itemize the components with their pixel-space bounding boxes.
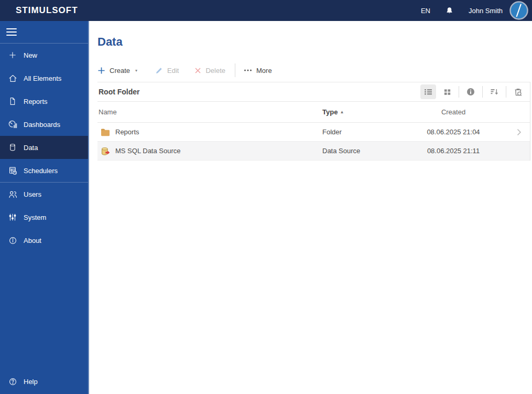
create-plus-icon: [97, 67, 105, 74]
sidebar-item-label: Schedulers: [24, 167, 58, 175]
view-toolbar-divider: [506, 86, 506, 98]
column-header-type[interactable]: Type▲: [322, 108, 411, 116]
sidebar-item-dashboards[interactable]: Dashboards: [0, 113, 88, 136]
gauge-icon: [7, 119, 18, 130]
plus-icon: [7, 49, 18, 61]
folder-icon: [101, 128, 110, 136]
delete-x-icon: [194, 67, 201, 74]
edit-button[interactable]: Edit: [155, 67, 179, 74]
info-icon: [7, 235, 18, 246]
view-toolbar: [419, 84, 530, 99]
grid-view-icon: [443, 88, 451, 96]
sort-button[interactable]: [486, 84, 502, 99]
trash-search-icon: [514, 88, 523, 97]
sidebar-item-all-elements[interactable]: All Elements: [0, 67, 88, 90]
main-content: Data Create ▾ Edit Delete More: [90, 21, 532, 394]
item-created: 08.06.2025 21:04: [411, 128, 495, 136]
create-button[interactable]: Create ▾: [97, 67, 137, 74]
user-avatar[interactable]: [509, 1, 528, 20]
sidebar: New All Elements Reports Dashboards: [0, 21, 89, 394]
sort-icon: [490, 88, 498, 96]
table-row-ms-sql-data-source[interactable]: MS SQL Data Source Data Source 08.06.202…: [97, 142, 530, 161]
view-toolbar-divider: [459, 86, 459, 98]
search-deleted-button[interactable]: [510, 84, 526, 99]
page-title: Data: [97, 35, 532, 49]
menu-toggle-icon[interactable]: [0, 21, 88, 43]
sidebar-item-label: Help: [24, 378, 38, 386]
table-header-row: Name Type▲ Created: [97, 102, 530, 123]
topbar: STIMULSOFT EN John Smith: [0, 0, 532, 21]
item-type: Folder: [322, 128, 411, 136]
delete-button[interactable]: Delete: [194, 67, 225, 74]
sidebar-item-label: All Elements: [24, 74, 61, 82]
more-button[interactable]: More: [244, 67, 272, 74]
home-icon: [7, 72, 18, 84]
create-label: Create: [110, 67, 130, 74]
sidebar-item-users[interactable]: Users: [0, 183, 88, 206]
sidebar-item-system[interactable]: System: [0, 206, 88, 229]
list-view-icon: [424, 88, 432, 96]
data-source-icon: [101, 147, 110, 155]
table-row-reports[interactable]: Reports Folder 08.06.2025 21:04: [97, 123, 530, 142]
more-dots-icon: [244, 69, 252, 72]
users-icon: [7, 188, 18, 200]
actions-toolbar: Create ▾ Edit Delete More: [97, 63, 532, 78]
topbar-right: EN John Smith: [421, 1, 528, 20]
item-created: 08.06.2025 21:11: [411, 147, 495, 155]
item-name: MS SQL Data Source: [115, 147, 181, 155]
sidebar-item-label: About: [24, 237, 41, 244]
more-label: More: [256, 67, 272, 74]
user-name[interactable]: John Smith: [469, 7, 503, 15]
item-name: Reports: [115, 128, 139, 136]
app-logo: STIMULSOFT: [16, 5, 78, 16]
info-button[interactable]: [463, 84, 479, 99]
sidebar-item-schedulers[interactable]: Schedulers: [0, 159, 88, 182]
column-header-name[interactable]: Name: [97, 108, 322, 116]
column-header-created[interactable]: Created: [411, 108, 495, 116]
current-folder-title: Root Folder: [99, 88, 140, 96]
scheduler-icon: [7, 165, 18, 176]
folder-bar: Root Folder: [97, 82, 530, 102]
sidebar-item-label: Users: [24, 190, 41, 198]
edit-label: Edit: [167, 67, 179, 74]
document-icon: [7, 95, 18, 107]
sliders-icon: [7, 211, 18, 223]
chevron-right-icon[interactable]: [517, 129, 522, 136]
sidebar-item-label: System: [24, 214, 46, 221]
sidebar-item-new[interactable]: New: [0, 44, 88, 67]
sidebar-item-about[interactable]: About: [0, 229, 88, 252]
view-toolbar-divider: [482, 86, 483, 98]
delete-label: Delete: [205, 67, 225, 74]
sidebar-item-data[interactable]: Data: [0, 136, 88, 159]
help-icon: [7, 376, 18, 387]
toolbar-divider: [235, 63, 235, 77]
chevron-down-icon: ▾: [135, 68, 137, 73]
sidebar-item-reports[interactable]: Reports: [0, 90, 88, 113]
browser-panel: Root Folder: [97, 82, 530, 161]
item-type: Data Source: [322, 147, 411, 155]
sidebar-item-label: New: [24, 51, 37, 59]
list-view-button[interactable]: [420, 84, 436, 99]
sidebar-item-label: Dashboards: [24, 121, 60, 129]
sort-asc-icon: ▲: [340, 110, 344, 114]
database-icon: [7, 142, 18, 153]
sidebar-item-label: Data: [24, 144, 38, 152]
edit-pencil-icon: [155, 67, 163, 74]
grid-view-button[interactable]: [439, 84, 455, 99]
notifications-bell-icon[interactable]: [445, 6, 454, 15]
sidebar-item-help[interactable]: Help: [0, 370, 88, 393]
language-selector[interactable]: EN: [421, 7, 430, 15]
sidebar-item-label: Reports: [24, 98, 48, 105]
info-circle-icon: [466, 88, 475, 96]
